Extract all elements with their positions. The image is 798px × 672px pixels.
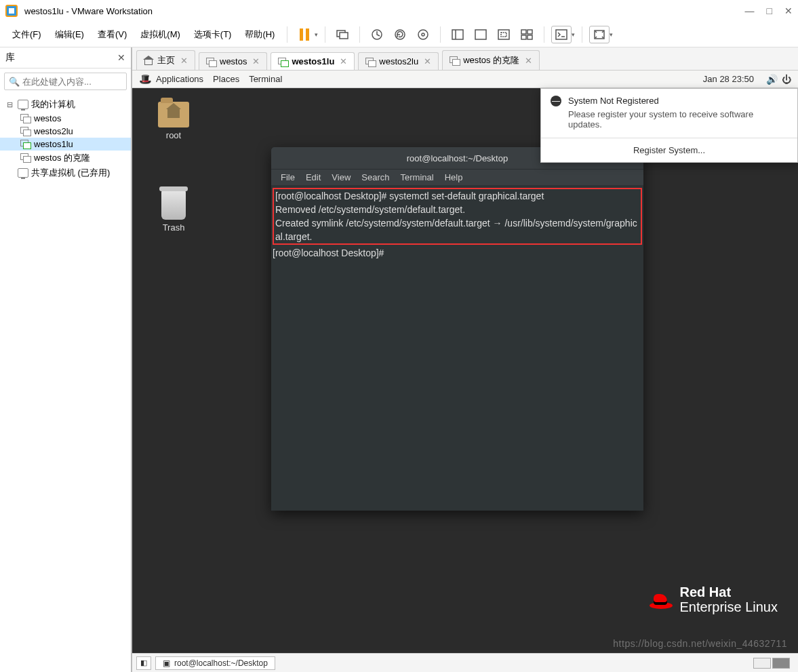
snapshot-revert-icon[interactable] [390,26,410,43]
menu-tabs[interactable]: 选项卡(T) [188,26,237,43]
terminal-body[interactable]: [root@localhost Desktop]# systemctl set-… [271,185,643,511]
svg-point-5 [422,33,424,36]
terminal-output: [root@localhost Desktop]# systemctl set-… [275,189,639,243]
maximize-button[interactable]: □ [767,5,772,16]
tree-label: westos 的克隆 [34,152,90,164]
register-system-button[interactable]: Register System... [541,138,797,162]
snapshot-take-icon[interactable] [367,26,387,43]
tree-label: 共享虚拟机 (已弃用) [31,167,110,179]
gnome-menu-applications[interactable]: Applications [156,74,203,84]
content-area: 主页 ✕ westos ✕ westos1lu ✕ westos2lu ✕ we… [132,47,798,672]
tab-close-icon[interactable]: ✕ [180,56,188,66]
terminal-task-icon: ▣ [163,658,170,668]
fullscreen-icon[interactable] [589,26,610,43]
tab-westos1lu[interactable]: westos1lu ✕ [271,52,355,70]
vmware-app-icon [5,5,18,17]
gnome-clock[interactable]: Jan 28 23:50 [703,74,754,84]
sidebar-close-icon[interactable]: ✕ [117,52,125,63]
svg-point-4 [418,30,428,39]
send-ctrl-alt-del-icon[interactable] [332,26,353,43]
pause-button[interactable] [294,26,315,43]
menu-edit[interactable]: 编辑(E) [49,26,89,43]
tab-home[interactable]: 主页 ✕ [136,50,195,70]
snapshot-manager-icon[interactable] [413,26,433,43]
tab-close-icon[interactable]: ✕ [525,56,532,66]
gnome-menu-terminal[interactable]: Terminal [249,74,282,84]
gnome-menu-places[interactable]: Places [213,74,239,84]
statusbar-task-terminal[interactable]: ▣ root@localhost:~/Desktop [155,656,275,670]
tree-my-computer[interactable]: ⊟ 我的计算机 [0,97,131,112]
menu-vm[interactable]: 虚拟机(M) [135,26,186,43]
library-tree: ⊟ 我的计算机 westos westos2lu westos1lu westo… [0,94,131,183]
term-menu-search[interactable]: Search [357,171,393,184]
tab-label: westos 的克隆 [463,54,519,66]
tab-close-icon[interactable]: ✕ [252,56,260,66]
tree-label: westos2lu [34,126,73,136]
tree-label: westos1lu [34,139,73,149]
tab-close-icon[interactable]: ✕ [340,56,347,66]
trash-icon [161,190,186,220]
terminal-window[interactable]: root@localhost:~/Desktop File Edit View … [271,147,643,511]
icon-label: Trash [150,222,197,233]
close-button[interactable]: ✕ [784,5,793,16]
separator [582,26,582,43]
svg-rect-14 [556,30,567,39]
window-titlebar: westos1lu - VMware Workstation — □ ✕ [0,0,798,22]
guest-desktop[interactable]: root Trash root@localhost:~/Desktop File… [132,88,798,653]
desktop-icon-trash[interactable]: Trash [150,190,197,233]
svg-rect-12 [521,35,526,39]
separator [544,26,544,43]
tab-westos-clone[interactable]: westos 的克隆 ✕ [442,50,540,70]
svg-rect-10 [521,30,526,34]
view-thumbnail-icon[interactable] [517,26,537,43]
console-dropdown[interactable]: ▾ [572,31,575,38]
term-menu-edit[interactable]: Edit [302,171,325,184]
menu-help[interactable]: 帮助(H) [239,26,280,43]
view-single-icon[interactable] [447,26,468,43]
view-console-icon[interactable] [471,26,491,43]
home-icon [144,56,153,64]
tree-vm-westos2lu[interactable]: westos2lu [0,125,131,138]
guest-viewport[interactable]: 🎩 Applications Places Terminal Jan 28 23… [132,71,798,653]
shared-vm-icon [18,168,28,178]
term-menu-help[interactable]: Help [441,171,467,184]
fullscreen-dropdown[interactable]: ▾ [610,31,613,38]
tab-close-icon[interactable]: ✕ [424,56,431,66]
tab-bar: 主页 ✕ westos ✕ westos1lu ✕ westos2lu ✕ we… [132,47,798,71]
statusbar-indicators[interactable] [753,658,790,669]
desktop-icon-root[interactable]: root [150,102,197,140]
power-icon[interactable]: ⏻ [782,74,791,85]
sidebar-search[interactable]: 🔍 ▼ [4,73,127,90]
search-input[interactable] [22,77,136,87]
icon-label: root [150,130,197,140]
tab-westos[interactable]: westos ✕ [199,52,267,70]
tab-label: westos1lu [292,56,334,66]
tab-westos2lu[interactable]: westos2lu ✕ [358,52,439,70]
term-menu-view[interactable]: View [327,171,355,184]
console-view-icon[interactable] [551,26,572,43]
task-label: root@localhost:~/Desktop [174,658,268,668]
rh-line2: Enterprise Linux [679,599,778,615]
redhat-hat-icon [650,591,673,609]
vm-icon [20,114,31,123]
tab-label: westos2lu [379,56,418,66]
gnome-top-bar: 🎩 Applications Places Terminal Jan 28 23… [132,71,798,88]
vm-icon [20,153,31,163]
term-menu-terminal[interactable]: Terminal [397,171,438,184]
minimize-button[interactable]: — [745,5,755,16]
notification-popup: — System Not Registered Please register … [540,88,798,163]
menu-view[interactable]: 查看(V) [92,26,132,43]
tree-vm-westos1lu[interactable]: westos1lu [0,138,131,151]
term-menu-file[interactable]: File [277,171,299,184]
view-unity-icon[interactable] [494,26,514,43]
tree-vm-westos-clone[interactable]: westos 的克隆 [0,151,131,165]
power-dropdown[interactable]: ▾ [315,31,318,38]
tree-shared-vms[interactable]: 共享虚拟机 (已弃用) [0,165,131,180]
volume-icon[interactable]: 🔊 [766,74,778,85]
tree-vm-westos[interactable]: westos [0,112,131,125]
statusbar-workspace-button[interactable]: ◧ [136,656,151,670]
terminal-prompt: [root@localhost Desktop]# [273,246,642,260]
menu-file[interactable]: 文件(F) [7,26,47,43]
notification-title: System Not Registered [568,96,659,106]
svg-rect-13 [527,35,532,39]
